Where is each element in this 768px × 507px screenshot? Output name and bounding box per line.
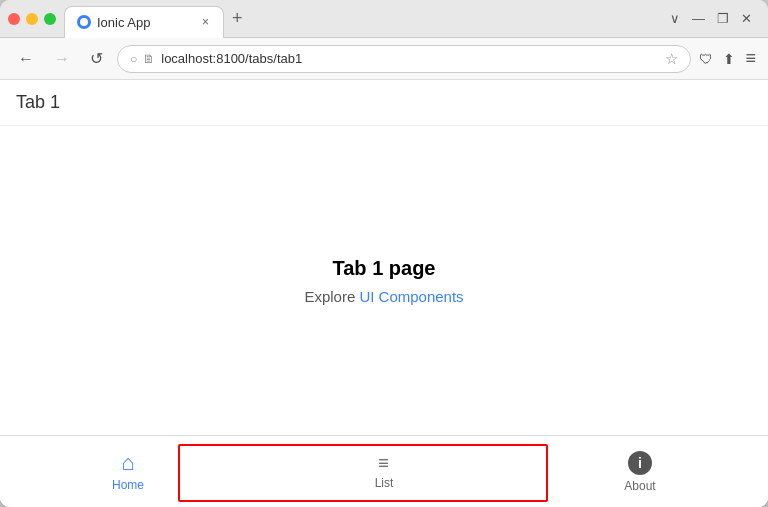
back-button[interactable]: ← bbox=[12, 46, 40, 72]
menu-icon[interactable]: ≡ bbox=[745, 48, 756, 69]
info-circle-icon: i bbox=[628, 451, 652, 475]
forward-button[interactable]: → bbox=[48, 46, 76, 72]
title-bar-right-controls: ∨ — ❐ ✕ bbox=[670, 11, 760, 26]
tab-title: Ionic App bbox=[97, 15, 151, 30]
browser-window: Ionic App × + ∨ — ❐ ✕ ← → ↺ ○ 🗎 localhos… bbox=[0, 0, 768, 507]
navigation-bar: ← → ↺ ○ 🗎 localhost:8100/tabs/tab1 ☆ 🛡 ⬆… bbox=[0, 38, 768, 80]
minimize-icon[interactable]: — bbox=[692, 11, 705, 26]
title-bar: Ionic App × + ∨ — ❐ ✕ bbox=[0, 0, 768, 38]
reload-button[interactable]: ↺ bbox=[84, 45, 109, 72]
minimize-window-button[interactable] bbox=[26, 13, 38, 25]
close-icon[interactable]: ✕ bbox=[741, 11, 752, 26]
tabs-bar: Ionic App × + bbox=[64, 3, 670, 35]
tab-home[interactable]: ⌂ Home bbox=[0, 436, 256, 507]
page-header-title: Tab 1 bbox=[16, 92, 60, 112]
chevron-down-icon[interactable]: ∨ bbox=[670, 11, 680, 26]
tab-close-button[interactable]: × bbox=[200, 15, 211, 29]
browser-tab[interactable]: Ionic App × bbox=[64, 6, 224, 38]
tab-list[interactable]: ≡ List bbox=[256, 436, 512, 507]
tab-about-label: About bbox=[624, 479, 655, 493]
lock-icon: ○ bbox=[130, 52, 137, 66]
new-tab-button[interactable]: + bbox=[224, 8, 251, 29]
page-header: Tab 1 bbox=[0, 80, 768, 126]
tab-about[interactable]: i About bbox=[512, 436, 768, 507]
tab-favicon-icon bbox=[77, 15, 91, 29]
address-bar[interactable]: ○ 🗎 localhost:8100/tabs/tab1 ☆ bbox=[117, 45, 691, 73]
bookmark-icon[interactable]: ☆ bbox=[665, 50, 678, 68]
page-main-title: Tab 1 page bbox=[333, 257, 436, 280]
close-window-button[interactable] bbox=[8, 13, 20, 25]
page-body: Tab 1 page Explore UI Components bbox=[0, 126, 768, 435]
share-icon[interactable]: ⬆ bbox=[723, 51, 735, 67]
page-subtitle: Explore UI Components bbox=[304, 288, 463, 305]
home-icon: ⌂ bbox=[121, 452, 134, 474]
content-area: Tab 1 Tab 1 page Explore UI Components ⌂… bbox=[0, 80, 768, 507]
ui-components-link[interactable]: UI Components bbox=[359, 288, 463, 305]
list-icon: ≡ bbox=[378, 454, 390, 472]
window-controls bbox=[8, 13, 56, 25]
maximize-window-button[interactable] bbox=[44, 13, 56, 25]
maximize-icon[interactable]: ❐ bbox=[717, 11, 729, 26]
nav-right-icons: 🛡 ⬆ ≡ bbox=[699, 48, 756, 69]
shield-icon[interactable]: 🛡 bbox=[699, 51, 713, 67]
tab-list-label: List bbox=[375, 476, 394, 490]
document-icon: 🗎 bbox=[143, 52, 155, 66]
tab-home-label: Home bbox=[112, 478, 144, 492]
address-text: localhost:8100/tabs/tab1 bbox=[161, 51, 659, 66]
bottom-tab-bar: ⌂ Home ≡ List i About bbox=[0, 435, 768, 507]
subtitle-prefix: Explore bbox=[304, 288, 359, 305]
